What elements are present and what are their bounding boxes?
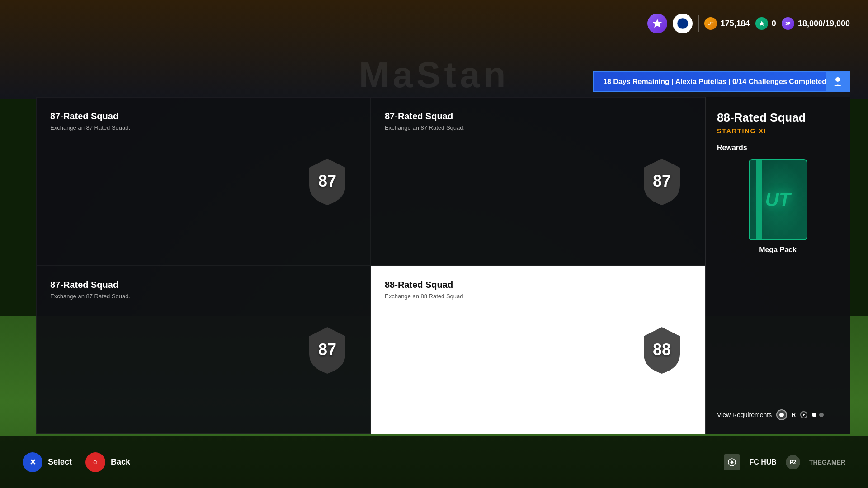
card-1-title: 87-Rated Squad — [385, 111, 691, 122]
background-title: MaStan — [359, 54, 509, 96]
rewards-label: Rewards — [717, 144, 839, 152]
nav-arrow-right[interactable] — [800, 411, 807, 418]
card-1-badge: 87 — [637, 156, 687, 206]
card-0-title: 87-Rated Squad — [50, 111, 357, 122]
card-1-rating: 87 — [653, 172, 671, 191]
sp-value: 18,000/19,000 — [798, 19, 850, 28]
p2-button: P2 — [786, 455, 800, 469]
coin-icon: UT — [704, 17, 717, 30]
svg-marker-0 — [653, 19, 662, 28]
card-3-badge: 88 — [637, 325, 687, 375]
watermark: THEGAMER — [809, 459, 845, 466]
pack-container: UT Mega Pack — [717, 159, 839, 254]
squad-card-1[interactable]: 87-Rated Squad Exchange an 87 Rated Squa… — [371, 97, 705, 266]
svg-point-5 — [779, 413, 784, 417]
card-0-desc: Exchange an 87 Rated Squad. — [50, 124, 357, 131]
club-icon — [673, 14, 693, 33]
back-label: Back — [111, 457, 130, 467]
pack-name: Mega Pack — [759, 246, 797, 254]
bottom-right: FC HUB P2 THEGAMER — [724, 454, 845, 470]
svg-marker-3 — [759, 21, 764, 26]
o-button[interactable]: ○ — [85, 452, 105, 472]
nav-prev-btn[interactable] — [776, 409, 787, 420]
sp-icon: SP — [782, 17, 794, 30]
view-requirements[interactable]: View Requirements R — [717, 409, 839, 420]
x-button[interactable]: ✕ — [23, 452, 42, 472]
squad-grid: 87-Rated Squad Exchange an 87 Rated Squa… — [36, 97, 705, 434]
squad-card-3[interactable]: 88-Rated Squad Exchange an 88 Rated Squa… — [371, 266, 705, 434]
main-container: 87-Rated Squad Exchange an 87 Rated Squa… — [36, 97, 850, 434]
card-3-rating: 88 — [653, 340, 671, 359]
card-1-desc: Exchange an 87 Rated Squad. — [385, 124, 691, 131]
nav-dot-1 — [812, 413, 816, 417]
hud-top: UT 175,184 0 SP 18,000/19,000 — [647, 14, 850, 33]
view-requirements-label: View Requirements — [717, 411, 772, 418]
nav-dots — [812, 413, 824, 417]
tokens-value: 0 — [772, 19, 776, 28]
hud-coins: UT 175,184 — [704, 17, 750, 30]
card-3-desc: Exchange an 88 Rated Squad — [385, 293, 691, 300]
squad-card-0[interactable]: 87-Rated Squad Exchange an 87 Rated Squa… — [36, 97, 371, 266]
banner-avatar — [826, 72, 849, 91]
fc-hub-label: FC HUB — [749, 458, 776, 466]
right-panel-subtitle: STARTING XI — [717, 127, 839, 135]
nav-r-label: R — [792, 412, 796, 418]
banner-text: 18 Days Remaining | Alexia Putellas | 0/… — [603, 78, 826, 86]
right-panel: 88-Rated Squad STARTING XI Rewards UT Me… — [705, 97, 850, 434]
card-2-badge: 87 — [302, 325, 352, 375]
hud-separator — [698, 15, 699, 32]
select-label: Select — [48, 457, 72, 467]
hud-sp: SP 18,000/19,000 — [782, 17, 850, 30]
back-action[interactable]: ○ Back — [85, 452, 130, 472]
card-0-badge: 87 — [302, 156, 352, 206]
card-2-rating: 87 — [318, 340, 336, 359]
pack-ut-text: UT — [765, 189, 791, 211]
card-0-rating: 87 — [318, 172, 336, 191]
card-2-title: 87-Rated Squad — [50, 280, 357, 290]
nav-dot-2 — [819, 413, 824, 417]
coins-value: 175,184 — [721, 19, 750, 28]
hud-tokens: 0 — [755, 17, 776, 30]
svg-marker-6 — [803, 413, 805, 416]
squad-card-2[interactable]: 87-Rated Squad Exchange an 87 Rated Squa… — [36, 266, 371, 434]
right-panel-title: 88-Rated Squad — [717, 111, 839, 125]
squad-icon — [647, 14, 667, 33]
card-3-title: 88-Rated Squad — [385, 280, 691, 290]
pack-stripe — [756, 160, 762, 239]
bottom-bar: ✕ Select ○ Back FC HUB P2 THEGAMER — [0, 436, 868, 488]
challenge-banner: 18 Days Remaining | Alexia Putellas | 0/… — [593, 71, 850, 92]
card-2-desc: Exchange an 87 Rated Squad. — [50, 293, 357, 300]
token-icon — [755, 17, 768, 30]
pack-image: UT — [749, 159, 807, 240]
svg-point-4 — [835, 77, 840, 82]
select-action[interactable]: ✕ Select — [23, 452, 72, 472]
fc-hub-icon — [724, 454, 740, 470]
bottom-actions: ✕ Select ○ Back — [23, 452, 130, 472]
